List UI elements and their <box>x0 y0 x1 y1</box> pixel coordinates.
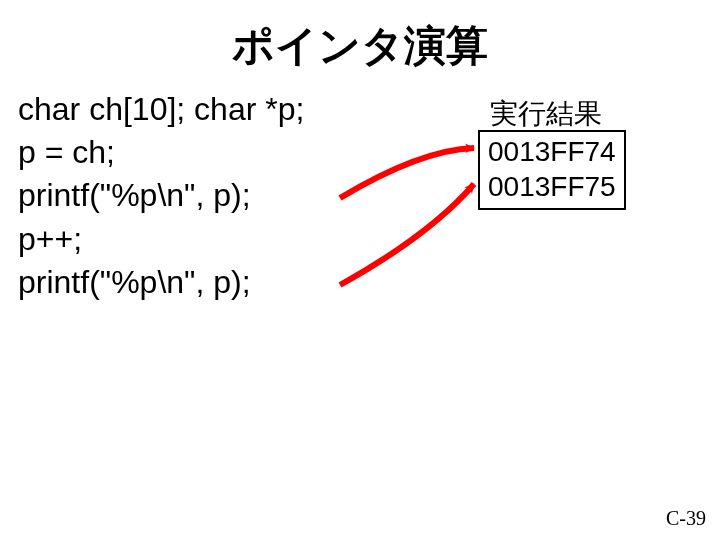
code-line-5: printf("%p\n", p); <box>18 264 251 300</box>
page-number: C-39 <box>666 507 706 530</box>
code-line-3: printf("%p\n", p); <box>18 177 251 213</box>
result-line-1: 0013FF74 <box>488 134 616 169</box>
code-block: char ch[10]; char *p; p = ch; printf("%p… <box>18 88 304 304</box>
result-label: 実行結果 <box>490 95 602 133</box>
result-line-2: 0013FF75 <box>488 169 616 204</box>
result-box: 0013FF74 0013FF75 <box>478 130 626 210</box>
code-line-4: p++; <box>18 221 82 257</box>
arrow-1 <box>340 148 474 198</box>
code-line-1: char ch[10]; char *p; <box>18 91 304 127</box>
code-line-2: p = ch; <box>18 134 115 170</box>
slide-title: ポインタ演算 <box>0 18 720 74</box>
arrow-2 <box>340 184 474 285</box>
